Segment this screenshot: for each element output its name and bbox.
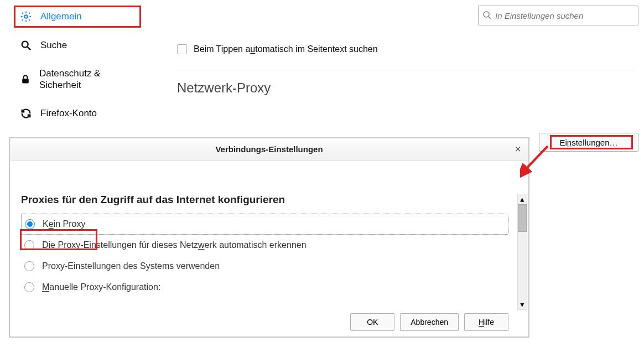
dialog-body: Proxies für den Zugriff auf das Internet…: [10, 161, 528, 337]
section-title-network-proxy: Netzwerk-Proxy: [177, 80, 636, 96]
sync-icon: [19, 107, 33, 120]
checkbox-label: Beim Tippen automatisch im Seitentext su…: [194, 44, 378, 54]
scroll-up-icon[interactable]: ▴: [518, 194, 527, 204]
sidebar-item-account[interactable]: Firefox-Konto: [14, 102, 141, 125]
gear-icon: [19, 10, 33, 23]
radio-auto-detect[interactable]: Die Proxy-Einstellungen für dieses Netzw…: [21, 235, 508, 256]
dialog-titlebar: Verbindungs-Einstellungen ×: [10, 138, 528, 161]
sidebar-item-general[interactable]: Allgemein: [14, 6, 141, 28]
sidebar-item-search[interactable]: Suche: [14, 34, 141, 56]
radio-icon[interactable]: [24, 261, 34, 271]
search-icon: [482, 11, 491, 21]
sidebar-item-label: Suche: [40, 40, 67, 51]
svg-line-1: [489, 17, 491, 19]
settings-button[interactable]: Einstellungen…: [539, 133, 638, 152]
divider: [177, 70, 636, 70]
dialog-heading: Proxies für den Zugriff auf das Internet…: [21, 194, 508, 206]
sidebar-item-label: Datenschutz & Sicherheit: [39, 68, 136, 91]
sidebar-item-privacy[interactable]: Datenschutz & Sicherheit: [14, 63, 141, 96]
sidebar: Allgemein Suche Datenschutz & Sicherheit…: [14, 6, 141, 131]
sidebar-item-label: Firefox-Konto: [40, 108, 97, 119]
ok-button[interactable]: OK: [350, 313, 394, 331]
radio-label: Proxy-Einstellungen des Systems verwende…: [42, 261, 220, 271]
svg-line-4: [28, 47, 31, 50]
svg-point-0: [484, 12, 489, 17]
radio-no-proxy[interactable]: Kein Proxy: [21, 214, 508, 235]
radio-icon[interactable]: [24, 282, 34, 292]
connection-settings-dialog: Verbindungs-Einstellungen × Proxies für …: [9, 137, 529, 338]
radio-icon[interactable]: [25, 219, 35, 229]
svg-rect-5: [22, 79, 29, 83]
checkbox-icon[interactable]: [177, 44, 187, 54]
scroll-down-icon[interactable]: ▾: [518, 299, 527, 309]
magnify-icon: [19, 39, 33, 52]
radio-manual-proxy[interactable]: Manuelle Proxy-Konfiguration:: [21, 277, 508, 298]
radio-icon[interactable]: [24, 240, 34, 250]
scroll-thumb[interactable]: [518, 204, 527, 232]
svg-point-2: [24, 15, 28, 18]
scrollbar[interactable]: ▴ ▾: [517, 194, 527, 310]
dialog-footer: OK Abbrechen Hilfe: [350, 313, 508, 331]
radio-label: Kein Proxy: [43, 219, 85, 229]
content-area: Beim Tippen automatisch im Seitentext su…: [177, 44, 636, 96]
cancel-button[interactable]: Abbrechen: [400, 313, 459, 331]
close-button[interactable]: ×: [511, 142, 525, 156]
sidebar-item-label: Allgemein: [40, 11, 82, 22]
help-button[interactable]: Hilfe: [464, 313, 508, 331]
svg-point-3: [22, 42, 28, 48]
radio-label: Die Proxy-Einstellungen für dieses Netzw…: [42, 240, 307, 250]
search-container: [478, 6, 638, 25]
search-input[interactable]: [478, 6, 638, 25]
radio-system-proxy[interactable]: Proxy-Einstellungen des Systems verwende…: [21, 256, 508, 277]
radio-label: Manuelle Proxy-Konfiguration:: [42, 282, 160, 292]
checkbox-search-while-typing[interactable]: Beim Tippen automatisch im Seitentext su…: [177, 44, 636, 54]
dialog-title: Verbindungs-Einstellungen: [215, 144, 323, 154]
lock-icon: [19, 73, 32, 86]
